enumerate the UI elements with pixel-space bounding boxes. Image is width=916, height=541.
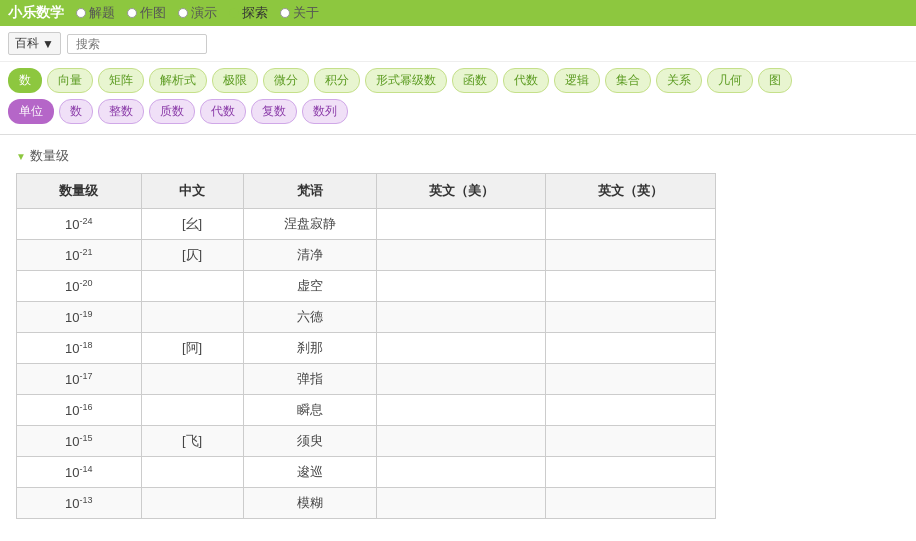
table-container: 数量级中文梵语英文（美）英文（英） 10-24[幺]涅盘寂静10-21[仄]清净… — [0, 173, 916, 535]
cell-zh — [141, 457, 243, 488]
cell-en-uk — [546, 395, 716, 426]
cell-fan: 须臾 — [243, 426, 376, 457]
tag-极限[interactable]: 极限 — [212, 68, 258, 93]
radio-icon — [178, 8, 188, 18]
table-row: 10-19六德 — [17, 302, 716, 333]
table-row: 10-24[幺]涅盘寂静 — [17, 209, 716, 240]
site-title[interactable]: 小乐数学 — [8, 4, 64, 22]
section-title: 数量级 — [30, 147, 69, 165]
table-row: 10-18[阿]刹那 — [17, 333, 716, 364]
tag2-代数[interactable]: 代数 — [200, 99, 246, 124]
radio-icon — [76, 8, 86, 18]
cell-power: 10-18 — [17, 333, 142, 364]
cell-en-us — [376, 488, 546, 519]
cell-en-uk — [546, 457, 716, 488]
col-header-英文（美）: 英文（美） — [376, 174, 546, 209]
tag-几何[interactable]: 几何 — [707, 68, 753, 93]
tag-代数[interactable]: 代数 — [503, 68, 549, 93]
nav-item-探索[interactable]: 探索 — [229, 4, 268, 22]
cell-power: 10-15 — [17, 426, 142, 457]
tag-解析式[interactable]: 解析式 — [149, 68, 207, 93]
dropdown-label: 百科 — [15, 35, 39, 52]
cell-fan: 模糊 — [243, 488, 376, 519]
divider — [0, 134, 916, 135]
cell-en-us — [376, 364, 546, 395]
cell-power: 10-13 — [17, 488, 142, 519]
tag-集合[interactable]: 集合 — [605, 68, 651, 93]
table-row: 10-20虚空 — [17, 271, 716, 302]
cell-fan: 弹指 — [243, 364, 376, 395]
section-header: ▼ 数量级 — [0, 139, 916, 173]
tag-逻辑[interactable]: 逻辑 — [554, 68, 600, 93]
table-row: 10-16瞬息 — [17, 395, 716, 426]
nav-item-关于[interactable]: 关于 — [280, 4, 319, 22]
tag-数[interactable]: 数 — [8, 68, 42, 93]
cell-en-us — [376, 333, 546, 364]
search-bar: 百科 ▼ — [0, 26, 916, 62]
tag-关系[interactable]: 关系 — [656, 68, 702, 93]
cell-fan: 刹那 — [243, 333, 376, 364]
cell-zh — [141, 364, 243, 395]
cell-zh — [141, 395, 243, 426]
cell-power: 10-21 — [17, 240, 142, 271]
cell-en-uk — [546, 488, 716, 519]
cell-en-uk — [546, 209, 716, 240]
tag2-整数[interactable]: 整数 — [98, 99, 144, 124]
cell-en-uk — [546, 364, 716, 395]
nav-label: 演示 — [191, 4, 217, 22]
nav-item-演示[interactable]: 演示 — [178, 4, 217, 22]
nav-label: 作图 — [140, 4, 166, 22]
cell-power: 10-19 — [17, 302, 142, 333]
radio-icon — [229, 8, 239, 18]
tag-矩阵[interactable]: 矩阵 — [98, 68, 144, 93]
cell-zh: [飞] — [141, 426, 243, 457]
cell-en-us — [376, 302, 546, 333]
dropdown-arrow-icon: ▼ — [42, 37, 54, 51]
cell-en-us — [376, 240, 546, 271]
cell-fan: 瞬息 — [243, 395, 376, 426]
tag2-质数[interactable]: 质数 — [149, 99, 195, 124]
table-row: 10-21[仄]清净 — [17, 240, 716, 271]
cell-en-uk — [546, 333, 716, 364]
cell-en-us — [376, 395, 546, 426]
cell-en-uk — [546, 271, 716, 302]
nav-label: 关于 — [293, 4, 319, 22]
nav-item-作图[interactable]: 作图 — [127, 4, 166, 22]
cell-en-us — [376, 426, 546, 457]
search-input[interactable] — [67, 34, 207, 54]
tag2-复数[interactable]: 复数 — [251, 99, 297, 124]
col-header-梵语: 梵语 — [243, 174, 376, 209]
col-header-英文（英）: 英文（英） — [546, 174, 716, 209]
cell-power: 10-20 — [17, 271, 142, 302]
tag2-数[interactable]: 数 — [59, 99, 93, 124]
cell-power: 10-16 — [17, 395, 142, 426]
table-row: 10-13模糊 — [17, 488, 716, 519]
tag2-数列[interactable]: 数列 — [302, 99, 348, 124]
col-header-中文: 中文 — [141, 174, 243, 209]
col-header-数量级: 数量级 — [17, 174, 142, 209]
radio-icon — [280, 8, 290, 18]
cell-fan: 六德 — [243, 302, 376, 333]
cell-zh: [阿] — [141, 333, 243, 364]
cell-fan: 涅盘寂静 — [243, 209, 376, 240]
tag-图[interactable]: 图 — [758, 68, 792, 93]
cell-en-us — [376, 271, 546, 302]
table-row: 10-15[飞]须臾 — [17, 426, 716, 457]
tag-向量[interactable]: 向量 — [47, 68, 93, 93]
cell-en-us — [376, 457, 546, 488]
cell-en-uk — [546, 240, 716, 271]
cell-zh: [幺] — [141, 209, 243, 240]
cell-zh: [仄] — [141, 240, 243, 271]
cell-zh — [141, 302, 243, 333]
tag-微分[interactable]: 微分 — [263, 68, 309, 93]
tag-形式幂级数[interactable]: 形式幂级数 — [365, 68, 447, 93]
cell-fan: 清净 — [243, 240, 376, 271]
tag-函数[interactable]: 函数 — [452, 68, 498, 93]
nav-label: 探索 — [242, 4, 268, 22]
category-dropdown[interactable]: 百科 ▼ — [8, 32, 61, 55]
tag2-单位[interactable]: 单位 — [8, 99, 54, 124]
collapse-icon[interactable]: ▼ — [16, 151, 26, 162]
nav-item-解题[interactable]: 解题 — [76, 4, 115, 22]
tag-积分[interactable]: 积分 — [314, 68, 360, 93]
cell-zh — [141, 271, 243, 302]
